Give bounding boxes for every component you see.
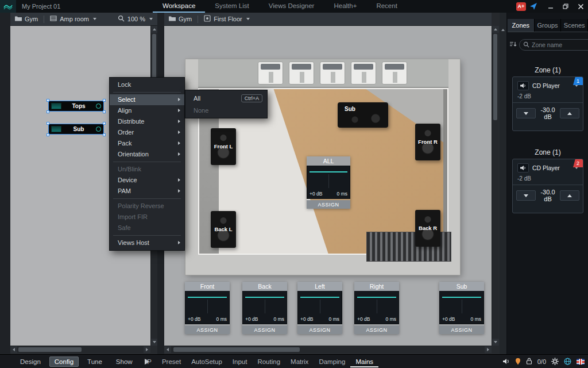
menu-item-device[interactable]: Device	[110, 175, 184, 186]
assign-button[interactable]: ASSIGN	[307, 200, 350, 209]
vertical-scrollbar[interactable]	[492, 26, 498, 346]
scrollbar-thumb[interactable]	[18, 347, 82, 352]
speaker-back-r[interactable]: Back R	[415, 210, 440, 247]
fader-handle[interactable]	[300, 297, 339, 298]
level-down-button[interactable]	[516, 190, 536, 201]
menu-item-align[interactable]: Align	[110, 105, 184, 116]
fader-handle[interactable]	[188, 297, 227, 298]
alert-pin-icon[interactable]	[515, 358, 521, 366]
scrollbar-thumb[interactable]	[152, 34, 156, 82]
selection-handle[interactable]	[103, 99, 106, 102]
maximize-button[interactable]	[558, 0, 573, 13]
scroll-up-button[interactable]	[492, 26, 499, 33]
menu-item-pack[interactable]: Pack	[110, 138, 184, 149]
selection-handle[interactable]	[47, 133, 49, 136]
mode-config[interactable]: Config	[49, 356, 79, 367]
scrollbar-thumb[interactable]	[173, 347, 300, 352]
scroll-right-button[interactable]	[144, 346, 150, 353]
menu-item-select[interactable]: Select	[110, 94, 184, 105]
horizontal-scrollbar[interactable]	[164, 346, 492, 353]
source-row[interactable]: CD Player	[513, 159, 583, 175]
tab-ip[interactable]: IP	[140, 356, 157, 367]
level-down-button[interactable]	[516, 108, 536, 118]
tab-routing[interactable]: Routing	[252, 356, 285, 367]
tab-groups[interactable]: Groups	[535, 19, 562, 32]
speaker-front-r[interactable]: Front R	[415, 124, 440, 160]
level-up-button[interactable]	[560, 108, 579, 118]
selection-handle[interactable]	[47, 99, 49, 102]
zone-search-input[interactable]	[532, 41, 588, 48]
level-up-button[interactable]	[560, 190, 579, 201]
mode-show[interactable]: Show	[111, 356, 138, 367]
tab-input[interactable]: Input	[227, 356, 253, 367]
mode-design[interactable]: Design	[15, 356, 46, 367]
chevron-down-icon[interactable]	[149, 18, 153, 20]
speaker-front-l[interactable]: Front L	[211, 128, 236, 165]
tab-zones[interactable]: Zones	[508, 19, 535, 32]
fader-handle[interactable]	[310, 171, 347, 172]
chevron-down-icon[interactable]	[246, 18, 250, 20]
tab-system-list[interactable]: System List	[205, 0, 258, 13]
fader-track[interactable]: +0 dB0 ms	[354, 291, 399, 324]
scroll-down-button[interactable]	[492, 339, 499, 346]
device-sub[interactable]: Sub	[48, 124, 104, 135]
minimize-button[interactable]	[543, 0, 558, 13]
fader-track[interactable]: +0 dB0 ms	[185, 291, 230, 324]
scroll-left-button[interactable]	[164, 346, 171, 353]
tab-mains[interactable]: Mains	[350, 356, 378, 367]
scrollbar-thumb[interactable]	[493, 34, 497, 120]
horizontal-scrollbar[interactable]	[10, 346, 150, 353]
source-row[interactable]: CD Player	[513, 77, 583, 93]
gear-icon[interactable]	[551, 358, 559, 366]
scroll-right-button[interactable]	[485, 346, 492, 353]
speaker-back-l[interactable]: Back L	[211, 211, 236, 248]
zoom-value[interactable]: 100 %	[127, 16, 145, 22]
submenu-item-all[interactable]: All Ctrl+A	[185, 92, 267, 104]
source-selector[interactable]: CD Player	[532, 82, 570, 89]
tab-damping[interactable]: Damping	[314, 356, 350, 367]
menu-item-distribute[interactable]: Distribute	[110, 116, 184, 127]
selection-handle[interactable]	[103, 122, 106, 125]
selection-handle[interactable]	[103, 110, 106, 113]
fader-handle[interactable]	[357, 297, 396, 298]
tab-health[interactable]: Health+	[324, 0, 366, 13]
assign-button[interactable]: ASSIGN	[439, 325, 484, 334]
mode-tune[interactable]: Tune	[82, 356, 107, 367]
sort-icon[interactable]	[509, 41, 517, 49]
view-selector[interactable]: First Floor	[214, 16, 242, 22]
network-globe-icon[interactable]	[564, 358, 571, 366]
fader-track[interactable]: +0 dB0 ms	[242, 291, 287, 324]
tab-autosetup[interactable]: AutoSetup	[186, 356, 227, 367]
zoom-icon[interactable]	[118, 15, 125, 23]
floor-canvas[interactable]: Sub Front L Front R Back L Back R ALL +0…	[164, 26, 492, 346]
menu-item-order[interactable]: Order	[110, 127, 184, 138]
share-icon[interactable]	[529, 2, 537, 10]
collapse-arrow-icon[interactable]	[501, 29, 505, 31]
assign-button[interactable]: ASSIGN	[297, 325, 342, 334]
fader-track[interactable]: +0 dB 0 ms	[307, 166, 350, 199]
assign-button[interactable]: ASSIGN	[242, 325, 287, 334]
selection-handle[interactable]	[47, 122, 49, 125]
breadcrumb[interactable]: Gym	[25, 16, 38, 22]
device-tops[interactable]: Tops	[48, 101, 104, 112]
language-flag-icon[interactable]	[577, 359, 585, 365]
tab-matrix[interactable]: Matrix	[285, 356, 314, 367]
menu-item-lock[interactable]: Lock	[110, 79, 184, 90]
assign-button[interactable]: ASSIGN	[185, 325, 230, 334]
close-button[interactable]	[573, 0, 588, 13]
fader-track[interactable]: +0 dB0 ms	[439, 291, 484, 324]
panel-collapse-rail[interactable]	[500, 13, 507, 354]
sheet-selector[interactable]: Amp room	[60, 16, 89, 22]
selection-handle[interactable]	[47, 110, 49, 113]
fader-track[interactable]: +0 dB0 ms	[297, 291, 342, 324]
tab-preset[interactable]: Preset	[157, 356, 186, 367]
lock-icon[interactable]	[526, 358, 532, 366]
menu-item-views-host[interactable]: Views Host	[110, 237, 184, 248]
tab-workspace[interactable]: Workspace	[153, 0, 205, 13]
tab-scenes[interactable]: Scenes	[561, 19, 588, 32]
menu-item-orientation[interactable]: Orientation	[110, 149, 184, 160]
fader-handle[interactable]	[245, 297, 284, 298]
source-selector[interactable]: CD Player	[532, 164, 570, 171]
volume-icon[interactable]	[502, 358, 510, 366]
tab-views-designer[interactable]: Views Designer	[259, 0, 324, 13]
